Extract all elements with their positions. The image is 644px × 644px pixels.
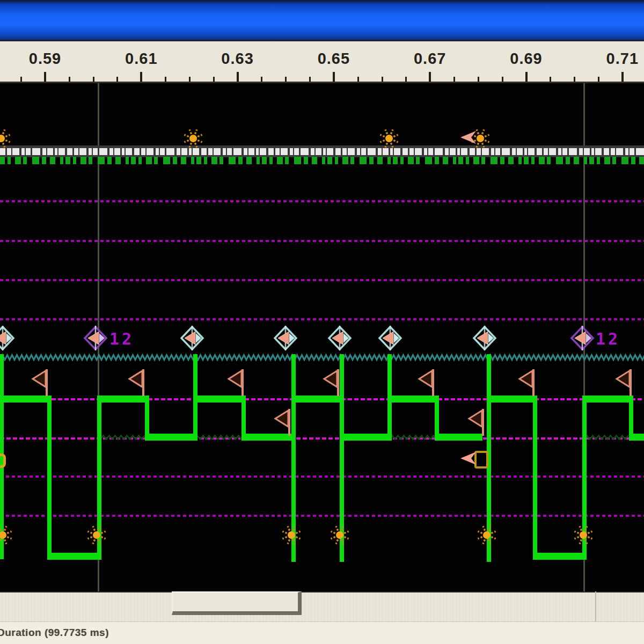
activity-dash-white — [368, 148, 376, 155]
activity-dash-green — [539, 157, 545, 164]
activity-dash-white — [604, 148, 609, 155]
event-burst-marker[interactable] — [328, 523, 352, 547]
activity-dash-green — [89, 157, 92, 164]
activity-dash-green — [163, 157, 170, 164]
activity-dash-white — [415, 148, 422, 155]
activity-dash-white — [445, 148, 449, 155]
cursor-arrow-marker[interactable] — [459, 129, 478, 145]
event-diamond-marker[interactable] — [274, 326, 297, 350]
activity-dash-green — [42, 157, 46, 164]
event-flag-marker[interactable] — [273, 409, 295, 436]
signal-transition — [145, 396, 149, 441]
event-burst-marker[interactable] — [0, 127, 13, 150]
signal-segment — [194, 396, 243, 402]
activity-dash-white — [74, 148, 78, 155]
activity-dash-green — [257, 157, 260, 164]
activity-dash-white — [227, 148, 232, 155]
event-burst-marker[interactable] — [0, 523, 14, 547]
activity-dash-green — [211, 157, 217, 164]
activity-dash-green — [312, 157, 317, 164]
event-flag-marker[interactable] — [517, 369, 539, 396]
event-burst-marker[interactable] — [280, 523, 303, 547]
signal-transition — [533, 396, 537, 560]
activity-dash-green — [531, 157, 535, 164]
cursor-arrow-marker[interactable] — [459, 450, 478, 466]
event-diamond-marker[interactable] — [328, 326, 352, 350]
activity-dash-white — [256, 148, 259, 155]
event-flag-marker[interactable] — [322, 369, 343, 396]
activity-dash-green — [491, 157, 497, 164]
activity-dash-green — [473, 157, 479, 164]
activity-dash-white — [549, 148, 556, 155]
event-diamond-marker[interactable] — [84, 326, 107, 350]
activity-dash-green — [518, 157, 522, 164]
activity-dash-white — [495, 148, 500, 155]
activity-dash-green — [342, 157, 348, 164]
event-flag-marker[interactable] — [31, 369, 52, 396]
event-diamond-marker[interactable] — [570, 326, 594, 350]
signal-transition — [193, 354, 197, 441]
event-flag-marker[interactable] — [417, 369, 438, 396]
event-diamond-marker[interactable] — [378, 326, 402, 350]
activity-dash-green — [115, 157, 121, 164]
activity-dash-green — [524, 157, 529, 164]
signal-segment — [0, 396, 49, 402]
activity-dash-green — [191, 157, 194, 164]
activity-dash-green — [574, 157, 579, 164]
activity-dash-white — [579, 148, 583, 155]
activity-dash-white — [114, 148, 120, 155]
activity-dash-white — [517, 148, 523, 155]
horizontal-scrollbar-thumb[interactable] — [172, 591, 302, 615]
dotted-baseline — [0, 318, 644, 320]
activity-dash-green — [443, 157, 448, 164]
activity-dash-green — [327, 157, 332, 164]
activity-dash-white — [208, 148, 213, 155]
activity-dash-white — [55, 148, 57, 155]
signal-transition — [629, 396, 633, 441]
dotted-baseline — [0, 200, 644, 202]
event-burst-marker[interactable] — [572, 523, 595, 547]
activity-dash-green — [285, 157, 289, 164]
activity-dash-white — [630, 148, 634, 155]
dotted-baseline — [0, 240, 644, 242]
event-flag-marker[interactable] — [467, 409, 488, 436]
horizontal-scrollbar-track[interactable] — [0, 591, 644, 621]
activity-dash-green — [508, 157, 514, 164]
activity-dash-white — [316, 148, 321, 155]
event-diamond-marker[interactable] — [0, 326, 14, 350]
activity-dash-white — [424, 148, 427, 155]
event-flag-marker[interactable] — [226, 369, 248, 396]
event-burst-marker[interactable] — [181, 127, 205, 150]
activity-dash-green — [597, 157, 600, 164]
event-flag-marker[interactable] — [127, 369, 149, 396]
activity-dash-green — [50, 157, 55, 164]
signal-transition — [47, 396, 52, 560]
activity-dash-green — [277, 157, 283, 164]
event-flag-marker[interactable] — [614, 369, 636, 396]
activity-dash-white — [223, 148, 226, 155]
activity-dash-white — [156, 148, 159, 155]
activity-dash-white — [595, 148, 602, 155]
event-diamond-marker[interactable] — [473, 326, 496, 350]
event-burst-marker[interactable] — [377, 127, 401, 150]
event-burst-marker[interactable] — [85, 523, 108, 547]
dotted-baseline-bright — [0, 437, 644, 440]
activity-dash-white — [248, 148, 254, 155]
activity-dash-green — [639, 157, 644, 164]
activity-dash-green — [416, 157, 420, 164]
noise-trace-segment — [584, 434, 628, 441]
activity-dash-green — [219, 157, 223, 164]
activity-dash-white — [214, 148, 221, 155]
noise-trace-segment — [100, 434, 144, 441]
event-burst-marker[interactable] — [475, 523, 499, 547]
activity-dash-white — [177, 148, 180, 155]
activity-dash-white — [558, 148, 561, 155]
trace-viewer-window: 0.590.610.630.650.670.690.71 1212 Durati… — [0, 0, 644, 644]
activity-dash-white — [311, 148, 314, 155]
activity-dash-green — [8, 157, 11, 164]
activity-dash-green — [584, 157, 587, 164]
activity-dash-white — [99, 148, 107, 155]
event-ring-marker[interactable] — [0, 453, 6, 468]
signal-transition — [241, 396, 246, 441]
event-diamond-marker[interactable] — [180, 326, 204, 350]
